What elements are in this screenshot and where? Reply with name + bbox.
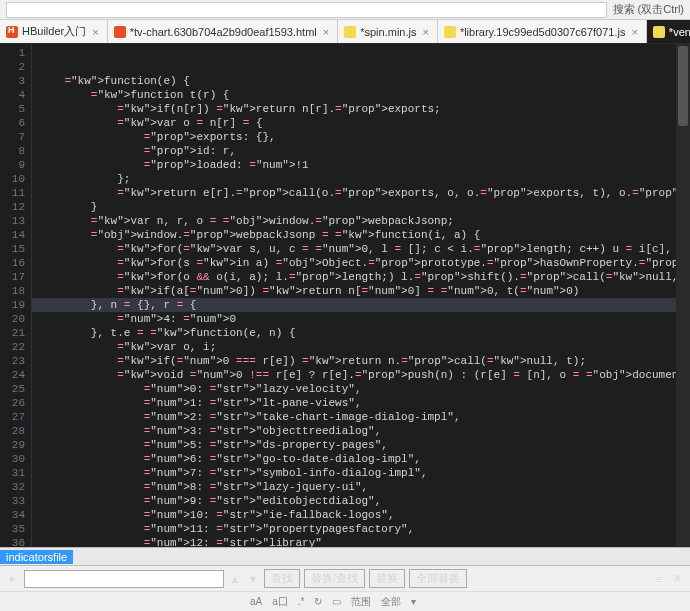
tab-4[interactable]: *vendors.fd8604c09abed9f6643a.js× [647,20,690,43]
code-line[interactable]: ="kw">for(o && o(i, a); l.="prop">length… [32,270,690,284]
opt-word-icon[interactable]: a囗 [272,595,288,609]
find-toggle-icon[interactable]: ▸ [6,572,20,586]
code-line[interactable]: ="prop">exports: {}, [32,130,690,144]
line-gutter: 1234567891011121314151617181920212223242… [0,44,32,547]
vertical-scrollbar[interactable] [676,44,690,547]
code-line[interactable]: ="prop">id: r, [32,144,690,158]
code-line[interactable]: }; [32,172,690,186]
find-button[interactable]: 查找 [264,569,300,588]
tab-3[interactable]: *library.19c99ed5d0307c67f071.js× [438,20,647,43]
code-line[interactable]: ="num">9: ="str">"editobjectdialog", [32,494,690,508]
tab-close-icon[interactable]: × [323,26,329,38]
code-line[interactable]: ="kw">for(s ="kw">in a) ="obj">Object.="… [32,256,690,270]
tab-1[interactable]: *tv-chart.630b704a2b9d0eaf1593.html× [108,20,339,43]
replace-all-button[interactable]: 全部替换 [409,569,467,588]
code-line[interactable]: ="kw">var n, r, o = ="obj">window.="prop… [32,214,690,228]
opt-case-icon[interactable]: aA [250,596,262,607]
code-area[interactable]: ="kw">function(e) { ="kw">function t(r) … [32,44,690,547]
code-line[interactable]: ="prop">loaded: ="num">!1 [32,158,690,172]
find-options-bar: aA a囗 .* ↻ ▭ 范围 全部 ▾ [0,591,690,611]
code-line[interactable]: ="num">12: ="str">"library" [32,536,690,547]
top-search-hint: 搜索 (双击Ctrl) [613,2,685,17]
tab-file-icon [653,26,665,38]
editor-tabs: HBuilder入门×*tv-chart.630b704a2b9d0eaf159… [0,20,690,44]
opt-all-label[interactable]: 全部 [381,595,401,609]
code-line[interactable]: }, n = {}, r = { [32,298,690,312]
code-line[interactable]: ="kw">if(="num">0 === r[e]) ="kw">return… [32,354,690,368]
code-line[interactable]: ="num">6: ="str">"go-to-date-dialog-impl… [32,452,690,466]
find-close-icon[interactable]: ✕ [670,572,684,586]
code-line[interactable]: ="kw">if(a[="num">0]) ="kw">return n[="n… [32,284,690,298]
tab-0[interactable]: HBuilder入门× [0,20,108,43]
code-editor[interactable]: 1234567891011121314151617181920212223242… [0,44,690,547]
code-line[interactable]: ="num">7: ="str">"symbol-info-dialog-imp… [32,466,690,480]
find-input[interactable] [24,570,224,588]
opt-wrap-icon[interactable]: ↻ [314,596,322,607]
tab-file-icon [444,26,456,38]
top-search-bar: 搜索 (双击Ctrl) [0,0,690,20]
tab-label: *spin.min.js [360,26,416,38]
code-line[interactable]: ="num">2: ="str">"take-chart-image-dialo… [32,410,690,424]
tab-label: HBuilder入门 [22,24,86,39]
tab-close-icon[interactable]: × [92,26,98,38]
opt-dropdown-icon[interactable]: ▾ [411,596,416,607]
tab-file-icon [6,26,18,38]
status-file-tag[interactable]: indicatorsfile [0,550,73,564]
tab-2[interactable]: *spin.min.js× [338,20,438,43]
replace-button[interactable]: 替换 [369,569,405,588]
code-line[interactable]: ="kw">void ="num">0 !== r[e] ? r[e].="pr… [32,368,690,382]
opt-scope-label[interactable]: 范围 [351,595,371,609]
code-line[interactable]: ="obj">window.="prop">webpackJsonp = ="k… [32,228,690,242]
code-line[interactable]: ="kw">return e[r].="prop">call(o.="prop"… [32,186,690,200]
code-line[interactable]: ="num">10: ="str">"ie-fallback-logos", [32,508,690,522]
tab-close-icon[interactable]: × [631,26,637,38]
code-line[interactable]: ="num">11: ="str">"propertypagesfactory"… [32,522,690,536]
tab-close-icon[interactable]: × [422,26,428,38]
find-replace-bar: ▸ ▲ ▼ 查找 替换/查找 替换 全部替换 ≡ ✕ [0,565,690,591]
code-line[interactable]: ="kw">if(n[r]) ="kw">return n[r].="prop"… [32,102,690,116]
code-line[interactable]: ="kw">function t(r) { [32,88,690,102]
opt-regex-icon[interactable]: .* [298,596,305,607]
code-line[interactable]: }, t.e = ="kw">function(e, n) { [32,326,690,340]
tab-file-icon [344,26,356,38]
scrollbar-thumb[interactable] [678,46,688,126]
find-next-icon[interactable]: ▼ [246,572,260,586]
code-line[interactable]: ="num">4: ="num">0 [32,312,690,326]
tab-label: *vendors.fd8604c09abed9f6643a.js [669,26,690,38]
replace-find-button[interactable]: 替换/查找 [304,569,365,588]
code-line[interactable]: ="kw">function(e) { [32,74,690,88]
tab-label: *tv-chart.630b704a2b9d0eaf1593.html [130,26,317,38]
code-line[interactable]: ="num">1: ="str">"lt-pane-views", [32,396,690,410]
code-line[interactable]: } [32,200,690,214]
top-search-input[interactable] [6,2,607,18]
status-bar: indicatorsfile [0,547,690,565]
opt-sel-icon[interactable]: ▭ [332,596,341,607]
code-line[interactable]: ="num">0: ="str">"lazy-velocity", [32,382,690,396]
code-line[interactable]: ="num">3: ="str">"objecttreedialog", [32,424,690,438]
tab-label: *library.19c99ed5d0307c67f071.js [460,26,626,38]
code-line[interactable]: ="num">8: ="str">"lazy-jquery-ui", [32,480,690,494]
code-line[interactable]: ="kw">for(="kw">var s, u, c = ="num">0, … [32,242,690,256]
code-line[interactable]: ="kw">var o = n[r] = { [32,116,690,130]
find-menu-icon[interactable]: ≡ [652,572,666,586]
find-prev-icon[interactable]: ▲ [228,572,242,586]
code-line[interactable]: ="kw">var o, i; [32,340,690,354]
code-line[interactable]: ="num">5: ="str">"ds-property-pages", [32,438,690,452]
tab-file-icon [114,26,126,38]
